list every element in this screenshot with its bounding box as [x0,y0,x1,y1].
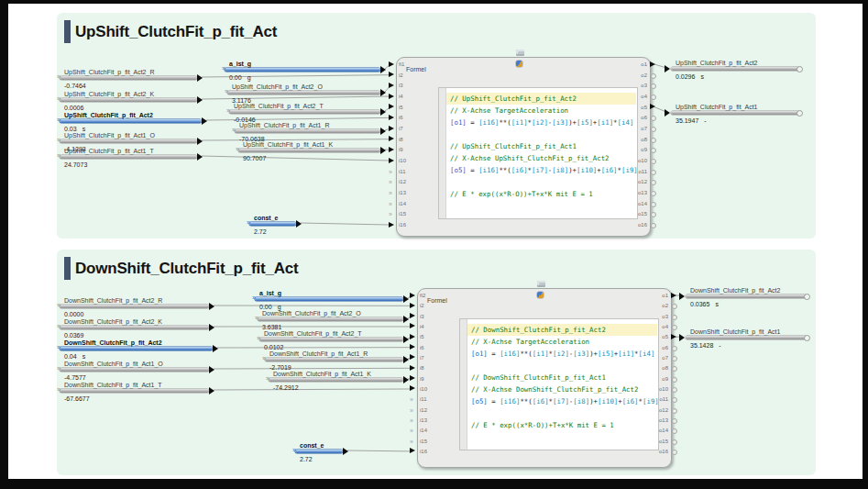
signal-label: DownShift_ClutchFit_p_fit_Act2_O [262,309,361,317]
input-port-i14: i14 [420,428,427,434]
signal-upshift_clutchfit_p_fit_act1_k[interactable]: UpShift_ClutchFit_p_fit_Act1_K90.7007» [238,141,380,161]
wire-end-pin-icon [797,110,803,117]
signal-downshift_clutchfit_p_fit_act2_t[interactable]: DownShift_ClutchFit_p_fit_Act2_T0.0102» [259,330,403,350]
wire-start-icon: » [57,364,60,372]
code-line: // DownShift_ClutchFit_p_fit_Act2 [467,324,657,336]
code-token: [o5] [471,397,488,406]
code-token: [o1] [450,118,467,127]
signal-upshift_clutchfit_p_fit_act2_o[interactable]: UpShift_ClutchFit_p_fit_Act2_O3.1176» [227,83,380,104]
input-port-i6: i6 [420,345,424,351]
formula-badge-icon [516,61,522,67]
signal-downshift_clutchfit_p_fit_act2_o[interactable]: DownShift_ClutchFit_p_fit_Act2_O3.6381» [258,310,403,330]
code-line: [o5] = [i16]**([i6]*[i7]-[i8])+[i10]+[i6… [471,395,656,407]
wire-start-icon: » [57,72,60,81]
signal-upshift_clutchfit_p_fit_act1_t[interactable]: UpShift_ClutchFit_p_fit_Act1_T24.7073» [60,148,197,168]
code-line: // X-Achse UpShift_ClutchFit_p_fit_Act2 [450,152,635,164]
signal-wire [60,139,197,143]
output-pin-icon-o3 [672,315,677,320]
signal-downshift_clutchfit_p_fit_act1_k[interactable]: DownShift_ClutchFit_p_fit_Act1_K-74.2912… [269,371,403,391]
code-line: // E * exp((x*R-O))+T+x*K mit E = 1 [450,188,635,200]
wire-arrow-icon [679,334,685,341]
signal-label: a_ist_g [229,60,251,68]
input-port-i2: i2 [420,303,424,309]
block-marker-icon [516,50,524,56]
input-pin-arrow-i5 [410,334,415,339]
signal-downshift_clutchfit_p_fit_act1_r[interactable]: DownShift_ClutchFit_p_fit_Act1_R-2.7019» [265,350,403,371]
signal-wire [671,111,799,115]
code-token: [i6] [533,397,549,406]
code-token: = [488,397,500,406]
signal-downshift_clutchfit_p_fit_act1_t[interactable]: DownShift_ClutchFit_p_fit_Act1_T-67.6677… [60,382,209,402]
signal-wire [229,110,380,114]
signal-const_e[interactable]: const_e2.72» [249,215,296,235]
output-signal-upshift_clutchfit_p_fit_act1[interactable]: UpShift_ClutchFit_p_fit_Act135.1947- [671,104,799,124]
wire-arrow-icon [197,138,203,145]
signal-upshift_clutchfit_p_fit_act2_t[interactable]: UpShift_ClutchFit_p_fit_Act2_T-0.0146» [229,103,380,123]
signal-a_ist_g[interactable]: a_ist_g0.00g» [255,290,403,310]
signal-upshift_clutchfit_p_fit_act2_k[interactable]: UpShift_ClutchFit_p_fit_Act2_K0.0006» [60,91,197,111]
signal-downshift_clutchfit_p_fit_act1_o[interactable]: DownShift_ClutchFit_p_fit_Act1_O-4.7577» [60,361,209,381]
output-pin-icon-o10 [651,159,656,164]
wire-start-icon: » [57,116,60,124]
formula-code-editor[interactable]: // DownShift_ClutchFit_p_fit_Act2// X-Ac… [459,318,659,450]
output-signal-upshift_clutchfit_p_fit_act2[interactable]: UpShift_ClutchFit_p_fit_Act20.0296s [671,60,799,80]
signal-label: UpShift_ClutchFit_p_fit_Act1_K [243,140,333,149]
signal-downshift_clutchfit_p_fit_act2[interactable]: DownShift_ClutchFit_p_fit_Act20.04s» [60,339,213,360]
output-signal-downshift_clutchfit_p_fit_act2[interactable]: DownShift_ClutchFit_p_fit_Act20.0365s [686,287,807,307]
signal-label: UpShift_ClutchFit_p_fit_Act2_O [232,83,323,91]
signal-downshift_clutchfit_p_fit_act2_r[interactable]: DownShift_ClutchFit_p_fit_Act2_R0.0000» [60,297,209,317]
input-pin-arrow-i3 [410,313,415,318]
value-text: -0.7464 [64,83,86,89]
output-pin-icon-o12 [672,408,677,414]
wire-start-icon: » [57,385,60,394]
signal-wire [235,129,380,133]
output-pin-arrow-o5 [650,104,655,109]
signal-value: 2.72 [254,228,272,236]
signal-a_ist_g[interactable]: a_ist_g0.00g» [225,61,380,81]
wire-arrow-icon [403,336,409,343]
code-token: )+ [589,397,598,406]
signal-wire [60,389,209,393]
signal-upshift_clutchfit_p_fit_act1_r[interactable]: UpShift_ClutchFit_p_fit_Act1_R-70.0638» [235,122,380,142]
output-port-o16: o16 [635,222,647,228]
wire-start-icon: » [247,218,250,227]
wire-arrow-icon [343,448,348,455]
wire-arrow-icon [380,108,386,116]
code-token: [i4] [639,350,655,358]
input-pin-arrow-i9 [389,147,394,152]
value-text: 90.7007 [243,155,266,161]
input-pin-arrow-i10 [389,158,394,163]
title-accent-bar [64,20,71,43]
code-token: [i4] [618,118,634,127]
signal-label: UpShift_ClutchFit_p_fit_Act1_O [64,131,155,139]
app-frame: UpShift_ClutchFit_p_fit_ActDownShift_Clu… [0,0,868,489]
value-text: -4.7577 [64,374,86,381]
signal-wire [265,358,403,361]
wire-start-icon: » [255,314,258,322]
value-text: 35.1947 [676,117,698,124]
signal-wire [238,149,380,152]
unit-text: - [719,342,720,349]
signal-value: 90.7007 [243,154,271,162]
signal-label: UpShift_ClutchFit_p_fit_Act2 [676,59,758,67]
code-token: [i7] [553,397,569,406]
signal-upshift_clutchfit_p_fit_act2_r[interactable]: UpShift_ClutchFit_p_fit_Act2_R-0.7464» [60,69,197,89]
formula-code-editor[interactable]: // UpShift_ClutchFit_p_fit_Act2// X-Achs… [438,87,638,219]
signal-downshift_clutchfit_p_fit_act2_k[interactable]: DownShift_ClutchFit_p_fit_Act2_K0.0369» [60,318,209,339]
input-pin-arrow-i8 [410,365,415,371]
signal-const_e[interactable]: const_e2.72» [295,442,343,462]
signal-upshift_clutchfit_p_fit_act2[interactable]: UpShift_ClutchFit_p_fit_Act20.03s» [60,112,202,132]
wire-start-icon: » [262,354,266,362]
signal-value: -0.7464 [64,82,92,90]
output-pin-icon-o13 [672,418,677,424]
value-text: 0.0365 [690,301,709,307]
wire-start-icon: » [57,136,60,144]
input-port-i3: i3 [420,314,424,320]
wire-start-icon: » [57,151,60,160]
signal-wire [60,305,209,308]
output-pin-arrow-o5 [671,334,676,339]
input-port-i4: i4 [399,94,403,100]
wire-arrow-icon [403,356,409,363]
output-signal-downshift_clutchfit_p_fit_act1[interactable]: DownShift_ClutchFit_p_fit_Act135.1428- [686,328,807,349]
signal-wire [60,98,197,102]
